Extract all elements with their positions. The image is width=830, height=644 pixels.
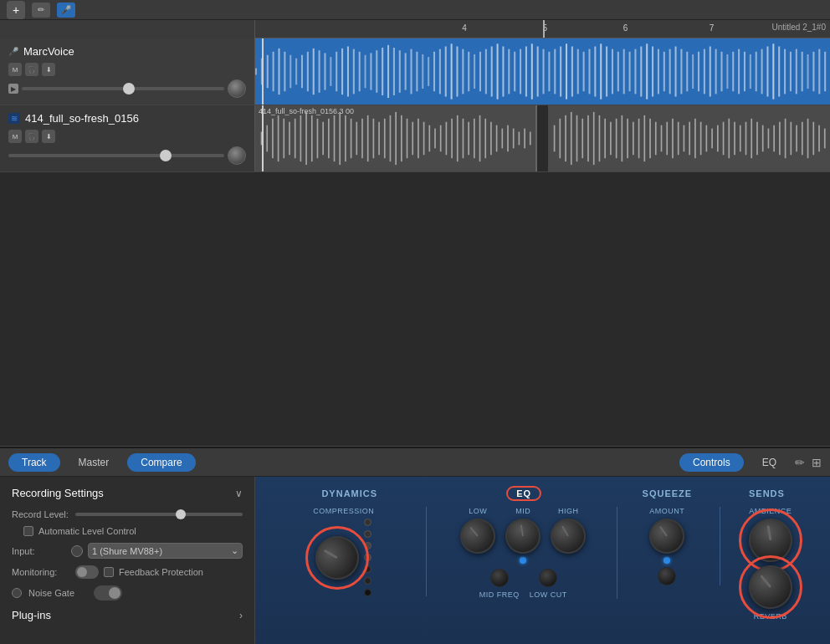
svg-rect-98 [818, 49, 820, 95]
noise-gate-row: Noise Gate [12, 585, 243, 601]
svg-rect-196 [819, 125, 821, 152]
svg-rect-3 [273, 52, 274, 91]
svg-rect-18 [359, 52, 361, 91]
eq-high-knob[interactable] [548, 516, 589, 557]
audio-headphone-button[interactable]: 🎧 [25, 130, 38, 143]
svg-rect-156 [593, 112, 595, 165]
svg-rect-65 [629, 52, 631, 91]
eq-low-knob[interactable] [455, 514, 500, 559]
feedback-protection-checkbox[interactable] [104, 567, 114, 577]
eq-mid-freq-label: MID FREQ [479, 590, 520, 599]
pencil-tool-button[interactable]: ✏ [32, 3, 50, 18]
audio-volume-slider[interactable] [8, 154, 224, 157]
eq-mid-label: MID [515, 507, 530, 515]
audio-segment-gap [537, 105, 549, 171]
svg-rect-16 [347, 46, 349, 96]
voice-mute-button[interactable]: M [8, 63, 22, 76]
sends-ambience-col: AMBIENCE [749, 507, 792, 562]
eq-mid-freq-knob[interactable] [490, 569, 509, 587]
audio-volume-thumb[interactable] [160, 150, 172, 161]
tab-controls[interactable]: Controls [679, 453, 744, 472]
svg-rect-28 [416, 52, 418, 91]
eq-high-col: HIGH [551, 507, 586, 564]
tab-track[interactable]: Track [8, 453, 60, 472]
svg-rect-59 [594, 46, 596, 96]
auto-level-checkbox[interactable] [23, 526, 33, 536]
squeeze-bottom-knob[interactable] [658, 567, 676, 585]
input-dropdown[interactable]: 1 (Shure MV88+) ⌄ [88, 543, 243, 559]
svg-rect-88 [761, 49, 763, 95]
svg-rect-48 [531, 43, 533, 99]
voice-pan-knob[interactable] [228, 79, 246, 98]
audio-track-controls: ≋ 414_full_so-fresh_0156 M 🎧 ⬇ [0, 105, 255, 171]
feedback-protection-label: Feedback Protection [119, 567, 203, 577]
grid-icon[interactable]: ⊞ [812, 456, 822, 469]
svg-rect-58 [588, 49, 590, 95]
pencil-icon[interactable]: ✏ [795, 456, 805, 469]
svg-rect-128 [418, 119, 419, 158]
audio-pan-knob[interactable] [228, 146, 246, 165]
svg-rect-115 [345, 115, 346, 161]
squeeze-section-label: SQUEEZE [643, 488, 693, 498]
plugins-row[interactable]: Plug-ins › [12, 609, 243, 621]
svg-rect-118 [361, 119, 363, 158]
eq-mid-freq-col: MID FREQ [479, 569, 520, 599]
svg-rect-134 [451, 119, 453, 158]
timeline-ruler[interactable]: 4 5 6 7 Untitled 2_1#0 [255, 20, 830, 38]
recording-settings-expand[interactable]: ∨ [235, 488, 243, 499]
svg-rect-24 [393, 48, 395, 95]
svg-rect-185 [756, 122, 758, 156]
svg-rect-183 [745, 122, 747, 156]
ruler-mark-4: 4 [462, 23, 467, 33]
voice-volume-slider[interactable] [22, 87, 224, 90]
squeeze-amount-knob[interactable] [645, 514, 688, 557]
record-level-label: Record Level: [12, 509, 70, 519]
monitoring-row: Monitoring: Feedback Protection [12, 565, 243, 579]
eq-mid-knob[interactable] [503, 516, 544, 557]
plugin-panel: DYNAMICS EQ SQUEEZE SENDS COMPRESSION [255, 477, 830, 644]
sends-ambience-knob[interactable] [742, 513, 798, 569]
sends-reverb-knob[interactable] [745, 562, 796, 612]
tab-master[interactable]: Master [65, 453, 123, 472]
comp-dot-4 [364, 554, 371, 561]
svg-rect-140 [484, 119, 486, 158]
svg-rect-193 [802, 122, 803, 156]
svg-rect-35 [456, 46, 458, 96]
svg-rect-189 [779, 122, 781, 156]
svg-rect-90 [772, 43, 774, 99]
add-track-button[interactable]: + [7, 1, 25, 19]
svg-rect-106 [295, 119, 296, 158]
svg-rect-167 [655, 122, 657, 156]
audio-record-button[interactable]: ⬇ [42, 130, 55, 143]
svg-rect-0 [255, 69, 257, 75]
mic-tool-button[interactable]: 🎤 [57, 3, 75, 18]
audio-track-row: ≋ 414_full_so-fresh_0156 M 🎧 ⬇ [0, 105, 830, 172]
svg-rect-148 [530, 132, 531, 146]
voice-record-button[interactable]: ⬇ [42, 63, 55, 76]
svg-rect-142 [496, 125, 498, 152]
tab-compare[interactable]: Compare [127, 453, 195, 472]
noise-gate-toggle[interactable] [94, 585, 122, 601]
squeeze-amount-label: AMOUNT [649, 507, 684, 515]
svg-rect-191 [791, 122, 792, 156]
monitoring-toggle[interactable] [75, 565, 99, 579]
voice-volume-thumb[interactable] [123, 83, 135, 95]
audio-mute-button[interactable]: M [8, 130, 22, 143]
svg-rect-111 [322, 122, 324, 156]
input-circle-icon[interactable] [71, 545, 83, 557]
svg-rect-158 [605, 119, 607, 158]
record-level-row: Record Level: [12, 509, 243, 519]
eq-low-cut-knob[interactable] [539, 569, 557, 587]
svg-rect-182 [740, 125, 741, 152]
svg-rect-33 [445, 46, 447, 96]
record-level-slider[interactable] [75, 513, 243, 516]
compression-knob[interactable] [308, 528, 367, 587]
svg-rect-94 [796, 49, 797, 95]
tab-eq[interactable]: EQ [749, 453, 790, 472]
audio-volume-control [8, 146, 246, 165]
svg-rect-127 [412, 122, 413, 156]
audio-track-name: ≋ 414_full_so-fresh_0156 [8, 112, 246, 125]
voice-headphone-button[interactable]: 🎧 [25, 63, 38, 76]
record-level-thumb[interactable] [176, 509, 186, 519]
ambience-knob-wrapper [749, 519, 792, 562]
